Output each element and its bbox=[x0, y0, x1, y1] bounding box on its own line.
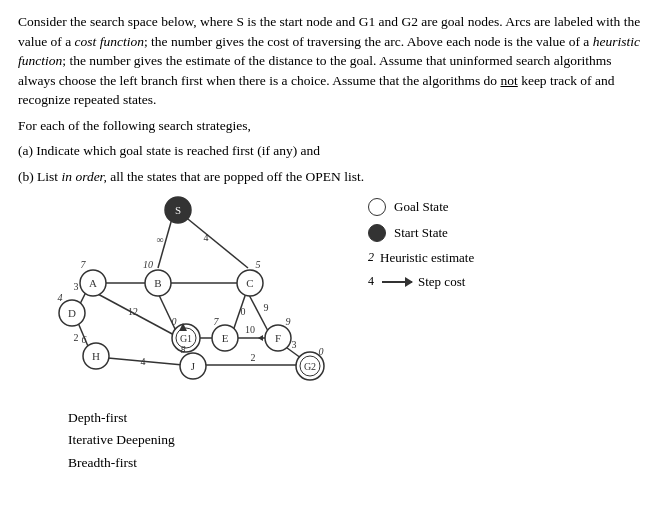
svg-text:9: 9 bbox=[264, 302, 269, 313]
svg-text:G2: G2 bbox=[304, 361, 316, 372]
answers-list: Depth-first Iterative Deepening Breadth-… bbox=[68, 407, 649, 476]
goal-state-circle bbox=[368, 198, 386, 216]
step-arrow bbox=[382, 281, 412, 283]
goal-state-label: Goal State bbox=[394, 199, 449, 215]
svg-text:0: 0 bbox=[241, 306, 246, 317]
svg-text:3: 3 bbox=[74, 281, 79, 292]
start-state-label: Start State bbox=[394, 225, 448, 241]
graph-svg: S A 7 B 10 C 5 D 4 bbox=[28, 193, 348, 403]
svg-text:10: 10 bbox=[245, 324, 255, 335]
svg-marker-61 bbox=[258, 335, 263, 341]
svg-line-1 bbox=[183, 215, 248, 268]
svg-text:6: 6 bbox=[82, 334, 87, 345]
svg-text:4: 4 bbox=[204, 232, 209, 243]
svg-text:G1: G1 bbox=[180, 333, 192, 344]
svg-text:E: E bbox=[222, 332, 229, 344]
svg-text:∞: ∞ bbox=[156, 234, 163, 245]
svg-text:B: B bbox=[154, 277, 161, 289]
svg-text:2: 2 bbox=[74, 332, 79, 343]
answer-c: Breadth-first bbox=[68, 452, 649, 475]
question-a: (a) Indicate which goal state is reached… bbox=[18, 141, 649, 161]
svg-text:A: A bbox=[89, 277, 97, 289]
legend: Goal State Start State 2 Heuristic estim… bbox=[368, 198, 474, 403]
svg-text:4: 4 bbox=[141, 356, 146, 367]
svg-line-12 bbox=[108, 358, 183, 365]
svg-text:H: H bbox=[92, 350, 100, 362]
svg-text:C: C bbox=[246, 277, 253, 289]
answer-a: Depth-first bbox=[68, 407, 649, 430]
heuristic-num: 2 bbox=[368, 250, 374, 265]
strategies-text: For each of the following search strateg… bbox=[18, 118, 251, 133]
svg-text:2: 2 bbox=[251, 352, 256, 363]
page: Consider the search space below, where S… bbox=[0, 0, 667, 487]
in-order-italic: in order, bbox=[62, 169, 107, 184]
legend-step-cost: 4 Step cost bbox=[368, 274, 474, 290]
svg-text:J: J bbox=[191, 360, 196, 372]
svg-text:0: 0 bbox=[319, 346, 324, 357]
legend-heuristic: 2 Heuristic estimate bbox=[368, 250, 474, 266]
question-a-text: (a) Indicate which goal state is reached… bbox=[18, 143, 320, 158]
step-label: Step cost bbox=[418, 274, 465, 290]
svg-text:S: S bbox=[175, 204, 181, 216]
heuristic-label: Heuristic estimate bbox=[380, 250, 474, 266]
step-num: 4 bbox=[368, 274, 374, 289]
svg-text:D: D bbox=[68, 307, 76, 319]
question-b-text1: (b) List bbox=[18, 169, 62, 184]
diagram-area: S A 7 B 10 C 5 D 4 bbox=[28, 193, 649, 403]
question-b-text2: all the states that are popped off the O… bbox=[107, 169, 364, 184]
intro-paragraph: Consider the search space below, where S… bbox=[18, 12, 649, 110]
svg-text:12: 12 bbox=[128, 306, 138, 317]
svg-text:7: 7 bbox=[214, 316, 220, 327]
svg-text:10: 10 bbox=[143, 259, 153, 270]
svg-text:7: 7 bbox=[81, 259, 87, 270]
not-underline: not bbox=[501, 73, 518, 88]
start-state-circle bbox=[368, 224, 386, 242]
svg-text:4: 4 bbox=[58, 292, 63, 303]
legend-goal-state: Goal State bbox=[368, 198, 474, 216]
intro-text-2: ; the number gives the cost of traversin… bbox=[144, 34, 593, 49]
svg-text:3: 3 bbox=[292, 339, 297, 350]
cost-function-italic: cost function bbox=[75, 34, 144, 49]
svg-text:8: 8 bbox=[181, 344, 186, 355]
legend-start-state: Start State bbox=[368, 224, 474, 242]
strategies-intro: For each of the following search strateg… bbox=[18, 116, 649, 136]
svg-text:9: 9 bbox=[286, 316, 291, 327]
question-b: (b) List in order, all the states that a… bbox=[18, 167, 649, 187]
svg-text:F: F bbox=[275, 332, 281, 344]
svg-text:5: 5 bbox=[256, 259, 261, 270]
svg-text:0: 0 bbox=[172, 316, 177, 327]
answer-b: Iterative Deepening bbox=[68, 429, 649, 452]
graph-container: S A 7 B 10 C 5 D 4 bbox=[28, 193, 348, 403]
